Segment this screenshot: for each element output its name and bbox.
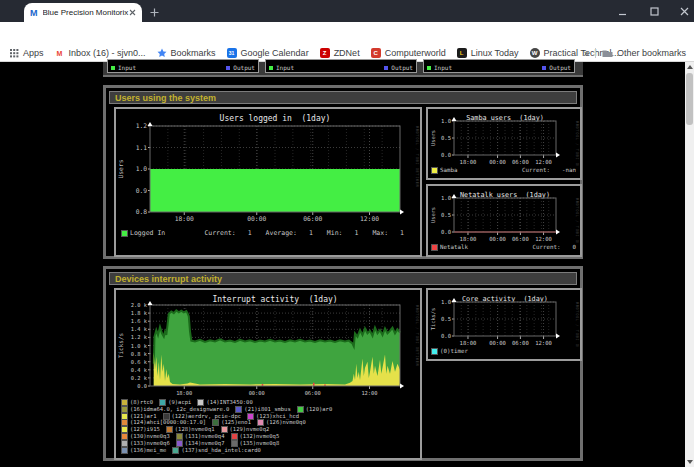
- svg-text:06:00: 06:00: [512, 159, 529, 165]
- bookmark-label: Inbox (16) - sjvn0...: [69, 48, 146, 58]
- bookmark-item-zdnet[interactable]: ZZDNet: [320, 48, 360, 58]
- browser-window: M Blue Precision Monitorix: [0, 0, 694, 467]
- interrupt-activity-graph: Interrupt activity (1day)Ticks/s2.0 k1.8…: [116, 292, 420, 398]
- input-label: Input: [276, 64, 294, 71]
- stat-value: 1: [248, 229, 252, 237]
- svg-text:0.5: 0.5: [441, 212, 451, 218]
- svg-text:0.0: 0.0: [441, 229, 451, 235]
- bookmarks-list: AppsMInbox (16) - sjvn0...Bookmarks31Goo…: [0, 48, 583, 58]
- device-legend-item: (133)nvme0q6: [122, 440, 170, 447]
- folder-icon: [602, 49, 613, 58]
- users-logged-in-legend: Logged InCurrent:1Average:1Min:1Max:1: [122, 229, 416, 237]
- new-tab-button[interactable]: [148, 6, 161, 19]
- page-scrollbar[interactable]: [685, 62, 694, 467]
- bookmark-label: Apps: [23, 48, 44, 58]
- device-legend-item: (121)ar1: [122, 413, 157, 420]
- svg-text:0.0: 0.0: [441, 333, 451, 339]
- device-legend-row: (124)ahci[0000:00:17.0](125)eno1(126)nvm…: [122, 419, 416, 426]
- chart-samba-users[interactable]: Samba users (1day)Users1.00.50.018:0000:…: [426, 107, 582, 180]
- legend-stats: Current:1Average:1Min:1Max:1: [190, 229, 404, 237]
- svg-text:1.0: 1.0: [441, 195, 451, 201]
- svg-text:12:00: 12:00: [361, 390, 377, 396]
- partial-graph-box[interactable]: InputOutput: [423, 59, 575, 73]
- output-label: Output: [233, 64, 255, 71]
- device-legend-label: (14)INT3450:00: [206, 399, 252, 405]
- partial-graph-legend: InputOutput: [111, 64, 255, 71]
- series-legend-label: Logged In: [130, 229, 165, 237]
- device-legend-row: (8)rtc0(9)acpi(14)INT3450:00: [122, 399, 416, 406]
- svg-text:12:00: 12:00: [535, 159, 552, 165]
- device-legend-item: (134)nvme0q7: [177, 440, 225, 447]
- bookmark-item-calendar[interactable]: 31Google Calendar: [227, 48, 309, 58]
- bookmarks-overflow-chevron[interactable]: »: [583, 48, 589, 59]
- bookmark-label: Computerworld: [385, 48, 446, 58]
- svg-text:00:00: 00:00: [489, 340, 506, 346]
- wordpress-icon: W: [530, 48, 540, 58]
- chart-users-logged-in[interactable]: Users logged in (1day)Users1.21.11.00.90…: [114, 107, 422, 257]
- device-legend-item: (14)INT3450:00: [198, 399, 252, 406]
- svg-text:1.8 k: 1.8 k: [131, 310, 148, 316]
- section-interrupts: Devices interrupt activity Interrupt act…: [103, 266, 583, 461]
- bookmark-item-star[interactable]: Bookmarks: [157, 48, 216, 58]
- chart-netatalk-users[interactable]: Netatalk users (1day)Users1.00.50.018:00…: [426, 184, 582, 257]
- svg-text:1.1: 1.1: [136, 144, 148, 151]
- series-legend-item: Logged In: [122, 229, 165, 237]
- svg-text:0.2 k: 0.2 k: [131, 375, 148, 381]
- bookmark-item-linux-today[interactable]: LLinux Today: [457, 48, 519, 58]
- device-legend-row: (136)mei_me(137)snd_hda_intel:card0: [122, 447, 416, 454]
- stat-label: Current:: [204, 229, 235, 237]
- svg-text:1.2: 1.2: [136, 122, 148, 129]
- calendar-icon: 31: [227, 48, 237, 58]
- section-users: Users using the system Users logged in (…: [103, 85, 583, 259]
- bookmark-item-gmail[interactable]: MInbox (16) - sjvn0...: [55, 48, 146, 58]
- scrollbar-thumb[interactable]: [686, 73, 693, 125]
- device-legend-label: (9)acpi: [168, 399, 191, 405]
- tab-close-icon[interactable]: [129, 9, 136, 16]
- section-interrupts-header: Devices interrupt activity: [109, 272, 577, 285]
- svg-text:00:00: 00:00: [247, 215, 266, 222]
- stat-value: 1: [355, 229, 359, 237]
- chart-core-activity[interactable]: Core activity (1day)Ticks/s1.00.50.018:0…: [426, 288, 582, 361]
- netatalk-users-graph: Netatalk users (1day)Users1.00.50.018:00…: [428, 187, 580, 243]
- gmail-icon: M: [55, 48, 65, 58]
- device-legend-row: (121)ar1(122)aerdrv, pcie-dpc(123)xhci_h…: [122, 413, 416, 420]
- svg-text:06:00: 06:00: [303, 215, 322, 222]
- svg-text:00:00: 00:00: [489, 236, 506, 242]
- partial-graph-box[interactable]: InputOutput: [107, 59, 259, 73]
- other-bookmarks-button[interactable]: Other bookmarks: [602, 48, 686, 58]
- device-legend-item: (125)eno1: [213, 419, 251, 426]
- device-legend-item: (126)nvme0q0: [258, 419, 306, 426]
- device-legend-label: (125)eno1: [221, 419, 251, 425]
- device-legend-row: (130)nvme0q3(131)nvme0q4(132)nvme0q5: [122, 433, 416, 440]
- titlebar: M Blue Precision Monitorix: [0, 0, 694, 22]
- browser-toolbar: localhost:8080/monitorix-cgi/monitorix.c…: [0, 22, 694, 45]
- netatalk-users-legend: NetatalkCurrent:0: [432, 244, 576, 250]
- bookmark-item-computerworld[interactable]: CComputerworld: [371, 48, 446, 58]
- users-logged-in-graph: Users logged in (1day)Users1.21.11.00.90…: [116, 111, 420, 225]
- close-button[interactable]: [678, 5, 690, 17]
- svg-text:00:00: 00:00: [489, 159, 506, 165]
- output-label: Output: [549, 64, 571, 71]
- maximize-button[interactable]: [648, 5, 660, 17]
- chart-interrupt-activity[interactable]: Interrupt activity (1day)Ticks/s2.0 k1.8…: [114, 288, 422, 460]
- zdnet-icon: Z: [320, 48, 330, 58]
- scrollbar-down-arrow-icon[interactable]: [685, 457, 694, 467]
- device-legend-label: (136)mei_me: [130, 447, 166, 453]
- apps-grid-icon: [9, 48, 19, 58]
- browser-tab[interactable]: M Blue Precision Monitorix: [24, 3, 142, 22]
- series-legend-label: (0)timer: [440, 348, 468, 354]
- input-legend: Input: [427, 64, 452, 71]
- device-legend-item: (129)nvme0q2: [222, 426, 270, 433]
- partial-graph-box[interactable]: InputOutput: [265, 59, 417, 73]
- device-legend-item: (21)i801_smbus: [236, 406, 290, 413]
- core-activity-graph: Core activity (1day)Ticks/s1.00.50.018:0…: [428, 291, 580, 347]
- computerworld-icon: C: [371, 48, 381, 58]
- scrollbar-up-arrow-icon[interactable]: [685, 62, 694, 72]
- bookmark-item-apps-grid[interactable]: Apps: [9, 48, 44, 58]
- svg-text:0.8: 0.8: [136, 208, 148, 215]
- device-legend-item: (136)mei_me: [122, 447, 166, 454]
- minimize-button[interactable]: [616, 5, 628, 17]
- svg-text:Ticks/s: Ticks/s: [117, 332, 124, 358]
- svg-text:1.0: 1.0: [441, 118, 451, 124]
- core-activity-legend-row: (0)timer: [432, 348, 576, 354]
